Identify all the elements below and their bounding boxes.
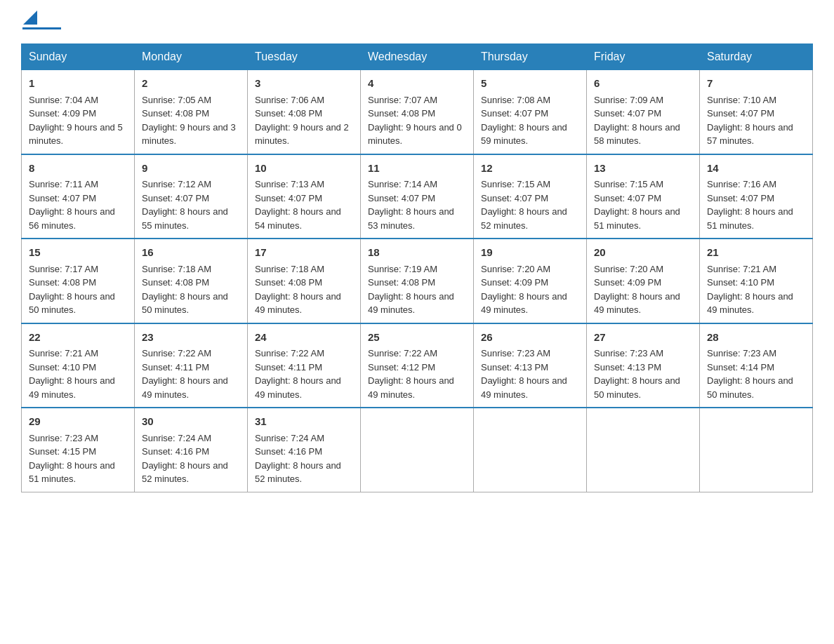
sunset-label: Sunset: 4:11 PM: [142, 362, 209, 373]
sunset-label: Sunset: 4:07 PM: [29, 193, 96, 203]
calendar-cell: 16 Sunrise: 7:18 AM Sunset: 4:08 PM Dayl…: [135, 239, 248, 323]
sunset-label: Sunset: 4:12 PM: [368, 362, 435, 373]
daylight-label: Daylight: 9 hours and 3 minutes.: [142, 122, 236, 147]
sunset-label: Sunset: 4:07 PM: [594, 108, 661, 119]
sunrise-label: Sunrise: 7:22 AM: [368, 348, 437, 358]
day-number: 7: [707, 76, 805, 92]
daylight-label: Daylight: 8 hours and 51 minutes.: [707, 206, 793, 231]
logo-triangle-icon: [23, 11, 37, 25]
calendar-cell: 2 Sunrise: 7:05 AM Sunset: 4:08 PM Dayli…: [135, 69, 248, 154]
sunset-label: Sunset: 4:10 PM: [707, 277, 774, 288]
calendar-cell: 12 Sunrise: 7:15 AM Sunset: 4:07 PM Dayl…: [474, 154, 587, 239]
sunrise-label: Sunrise: 7:23 AM: [481, 348, 550, 358]
calendar-cell: [700, 408, 813, 492]
daylight-label: Daylight: 8 hours and 49 minutes.: [481, 375, 567, 400]
calendar-cell: 15 Sunrise: 7:17 AM Sunset: 4:08 PM Dayl…: [22, 239, 135, 323]
sunset-label: Sunset: 4:07 PM: [142, 193, 209, 203]
sunset-label: Sunset: 4:08 PM: [142, 277, 209, 288]
sunset-label: Sunset: 4:07 PM: [594, 193, 661, 203]
daylight-label: Daylight: 8 hours and 52 minutes.: [255, 460, 341, 485]
day-number: 4: [368, 76, 466, 92]
day-number: 15: [29, 245, 127, 261]
calendar-cell: 8 Sunrise: 7:11 AM Sunset: 4:07 PM Dayli…: [22, 154, 135, 239]
day-number: 3: [255, 76, 353, 92]
sunset-label: Sunset: 4:16 PM: [255, 446, 322, 457]
calendar-cell: [587, 408, 700, 492]
day-number: 27: [594, 330, 692, 346]
calendar-day-header: Monday: [135, 44, 248, 69]
sunrise-label: Sunrise: 7:21 AM: [707, 264, 776, 274]
daylight-label: Daylight: 8 hours and 49 minutes.: [255, 291, 341, 316]
daylight-label: Daylight: 8 hours and 54 minutes.: [255, 206, 341, 231]
sunrise-label: Sunrise: 7:21 AM: [29, 348, 98, 358]
calendar-cell: 5 Sunrise: 7:08 AM Sunset: 4:07 PM Dayli…: [474, 69, 587, 154]
daylight-label: Daylight: 8 hours and 49 minutes.: [142, 375, 228, 400]
calendar-cell: 6 Sunrise: 7:09 AM Sunset: 4:07 PM Dayli…: [587, 69, 700, 154]
daylight-label: Daylight: 8 hours and 50 minutes.: [707, 375, 793, 400]
day-number: 26: [481, 330, 579, 346]
sunset-label: Sunset: 4:07 PM: [481, 108, 548, 119]
daylight-label: Daylight: 8 hours and 49 minutes.: [481, 291, 567, 316]
sunrise-label: Sunrise: 7:20 AM: [481, 264, 550, 274]
logo: [21, 14, 61, 29]
sunset-label: Sunset: 4:11 PM: [255, 362, 322, 373]
sunrise-label: Sunrise: 7:13 AM: [255, 179, 324, 189]
calendar-cell: [474, 408, 587, 492]
sunset-label: Sunset: 4:13 PM: [481, 362, 548, 373]
sunrise-label: Sunrise: 7:23 AM: [707, 348, 776, 358]
calendar-cell: 20 Sunrise: 7:20 AM Sunset: 4:09 PM Dayl…: [587, 239, 700, 323]
sunset-label: Sunset: 4:07 PM: [481, 193, 548, 203]
calendar-cell: 7 Sunrise: 7:10 AM Sunset: 4:07 PM Dayli…: [700, 69, 813, 154]
day-number: 12: [481, 161, 579, 177]
calendar-day-header: Tuesday: [248, 44, 361, 69]
calendar-cell: 30 Sunrise: 7:24 AM Sunset: 4:16 PM Dayl…: [135, 408, 248, 492]
calendar-week-row: 15 Sunrise: 7:17 AM Sunset: 4:08 PM Dayl…: [22, 239, 813, 323]
sunrise-label: Sunrise: 7:15 AM: [481, 179, 550, 189]
sunrise-label: Sunrise: 7:09 AM: [594, 95, 663, 105]
sunrise-label: Sunrise: 7:22 AM: [142, 348, 211, 358]
daylight-label: Daylight: 8 hours and 49 minutes.: [368, 375, 454, 400]
sunrise-label: Sunrise: 7:17 AM: [29, 264, 98, 274]
daylight-label: Daylight: 8 hours and 49 minutes.: [29, 375, 115, 400]
calendar-week-row: 22 Sunrise: 7:21 AM Sunset: 4:10 PM Dayl…: [22, 323, 813, 408]
sunset-label: Sunset: 4:08 PM: [368, 277, 435, 288]
calendar-cell: 14 Sunrise: 7:16 AM Sunset: 4:07 PM Dayl…: [700, 154, 813, 239]
page-header: [21, 14, 813, 29]
daylight-label: Daylight: 8 hours and 57 minutes.: [707, 122, 793, 147]
day-number: 19: [481, 245, 579, 261]
calendar-week-row: 8 Sunrise: 7:11 AM Sunset: 4:07 PM Dayli…: [22, 154, 813, 239]
daylight-label: Daylight: 8 hours and 58 minutes.: [594, 122, 680, 147]
sunrise-label: Sunrise: 7:18 AM: [142, 264, 211, 274]
calendar-cell: 25 Sunrise: 7:22 AM Sunset: 4:12 PM Dayl…: [361, 323, 474, 408]
day-number: 21: [707, 245, 805, 261]
calendar-cell: 18 Sunrise: 7:19 AM Sunset: 4:08 PM Dayl…: [361, 239, 474, 323]
day-number: 11: [368, 161, 466, 177]
daylight-label: Daylight: 8 hours and 52 minutes.: [481, 206, 567, 231]
day-number: 17: [255, 245, 353, 261]
day-number: 31: [255, 414, 353, 430]
calendar-cell: 24 Sunrise: 7:22 AM Sunset: 4:11 PM Dayl…: [248, 323, 361, 408]
sunrise-label: Sunrise: 7:06 AM: [255, 95, 324, 105]
calendar-cell: 27 Sunrise: 7:23 AM Sunset: 4:13 PM Dayl…: [587, 323, 700, 408]
calendar-cell: 13 Sunrise: 7:15 AM Sunset: 4:07 PM Dayl…: [587, 154, 700, 239]
calendar-cell: 17 Sunrise: 7:18 AM Sunset: 4:08 PM Dayl…: [248, 239, 361, 323]
sunrise-label: Sunrise: 7:15 AM: [594, 179, 663, 189]
sunset-label: Sunset: 4:08 PM: [255, 108, 322, 119]
daylight-label: Daylight: 8 hours and 52 minutes.: [142, 460, 228, 485]
calendar-cell: 3 Sunrise: 7:06 AM Sunset: 4:08 PM Dayli…: [248, 69, 361, 154]
sunrise-label: Sunrise: 7:10 AM: [707, 95, 776, 105]
calendar-cell: 9 Sunrise: 7:12 AM Sunset: 4:07 PM Dayli…: [135, 154, 248, 239]
sunset-label: Sunset: 4:09 PM: [29, 108, 96, 119]
sunset-label: Sunset: 4:07 PM: [707, 193, 774, 203]
sunrise-label: Sunrise: 7:18 AM: [255, 264, 324, 274]
sunset-label: Sunset: 4:07 PM: [707, 108, 774, 119]
daylight-label: Daylight: 9 hours and 5 minutes.: [29, 122, 123, 147]
sunset-label: Sunset: 4:07 PM: [255, 193, 322, 203]
daylight-label: Daylight: 8 hours and 50 minutes.: [594, 375, 680, 400]
day-number: 20: [594, 245, 692, 261]
calendar-day-header: Thursday: [474, 44, 587, 69]
sunrise-label: Sunrise: 7:20 AM: [594, 264, 663, 274]
daylight-label: Daylight: 8 hours and 55 minutes.: [142, 206, 228, 231]
logo-underline: [22, 27, 61, 29]
sunset-label: Sunset: 4:13 PM: [594, 362, 661, 373]
